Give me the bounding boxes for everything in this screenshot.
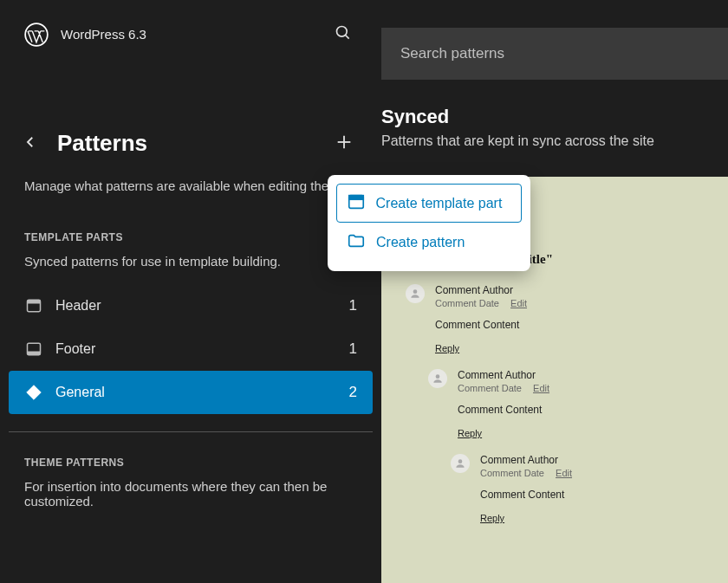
synced-title: Synced (381, 106, 728, 128)
theme-patterns-sub: For insertion into documents where they … (0, 479, 381, 521)
footer-icon (24, 340, 43, 359)
svg-rect-8 (28, 351, 41, 354)
avatar-icon (451, 454, 470, 473)
comment-meta: Comment Date Edit (435, 298, 705, 308)
sidebar-item-count: 2 (349, 384, 357, 401)
theme-patterns-label: THEME PATTERNS (0, 432, 381, 479)
patterns-description: Manage what patterns are available when … (0, 166, 381, 207)
sidebar-item-general[interactable]: General 2 (9, 371, 373, 414)
comment-reply-link[interactable]: Reply (480, 513, 705, 523)
synced-description: Patterns that are kept in sync across th… (381, 128, 728, 149)
sidebar-item-count: 1 (349, 340, 357, 358)
avatar-icon (428, 369, 447, 388)
create-pattern-item[interactable]: Create pattern (336, 223, 522, 262)
synced-header: Synced Patterns that are kept in sync ac… (381, 80, 728, 154)
general-icon (24, 383, 43, 402)
back-button[interactable] (19, 131, 42, 156)
patterns-header: Patterns (0, 120, 381, 166)
sidebar-item-count: 1 (349, 297, 357, 314)
folder-icon (347, 231, 366, 254)
sidebar-item-footer[interactable]: Footer 1 (9, 327, 373, 371)
preview-comment: Comment Author Comment Date Edit Comment… (406, 369, 705, 438)
svg-point-1 (337, 27, 348, 37)
page-title: Patterns (57, 130, 147, 157)
comment-meta: Comment Date Edit (480, 468, 705, 478)
app-title: WordPress 6.3 (61, 27, 146, 42)
search-input[interactable] (381, 28, 728, 80)
comment-author: Comment Author (480, 454, 705, 466)
comment-content: Comment Content (435, 319, 705, 331)
main-area: Synced Patterns that are kept in sync ac… (381, 0, 728, 583)
avatar-icon (406, 284, 425, 303)
comment-date: Comment Date (458, 383, 522, 393)
svg-line-2 (346, 36, 349, 39)
svg-rect-6 (28, 300, 41, 303)
preview-comment: Comment Author Comment Date Edit Comment… (406, 454, 705, 523)
sidebar-top: WordPress 6.3 (0, 0, 381, 68)
comment-edit-link[interactable]: Edit (533, 383, 549, 393)
svg-point-10 (413, 289, 418, 294)
create-menu-popup: Create template part Create pattern (328, 175, 530, 271)
comment-content: Comment Content (480, 489, 705, 501)
template-parts-sub: Synced patterns for use in template buil… (0, 254, 381, 281)
svg-point-12 (458, 459, 463, 463)
template-parts-label: TEMPLATE PARTS (0, 207, 381, 254)
header-icon (24, 296, 43, 315)
comment-meta: Comment Date Edit (458, 383, 705, 393)
sidebar-item-label: Header (55, 298, 101, 314)
sidebar: WordPress 6.3 Patterns Manage what patte… (0, 0, 381, 583)
popup-item-label: Create pattern (376, 235, 465, 250)
comment-reply-link[interactable]: Reply (458, 428, 705, 438)
wordpress-logo-icon (24, 23, 49, 47)
search-icon-button[interactable] (329, 19, 357, 49)
comment-author: Comment Author (458, 369, 705, 381)
svg-rect-14 (348, 195, 363, 199)
comment-edit-link[interactable]: Edit (556, 468, 572, 478)
comment-edit-link[interactable]: Edit (510, 298, 527, 308)
add-pattern-button[interactable] (331, 129, 357, 158)
create-template-part-item[interactable]: Create template part (336, 184, 522, 223)
comment-content: Comment Content (458, 404, 705, 416)
preview-comment: Comment Author Comment Date Edit Comment… (406, 284, 705, 353)
sidebar-item-header[interactable]: Header 1 (9, 284, 373, 327)
svg-rect-9 (27, 385, 41, 398)
comment-author: Comment Author (435, 284, 705, 296)
sidebar-item-label: General (55, 385, 105, 400)
svg-point-11 (436, 374, 440, 379)
comment-date: Comment Date (480, 468, 544, 478)
popup-item-label: Create template part (376, 196, 503, 211)
comment-date: Comment Date (435, 298, 499, 308)
template-parts-list: Header 1 Footer 1 General 2 (0, 281, 381, 418)
template-part-icon (347, 192, 366, 215)
sidebar-item-label: Footer (55, 341, 95, 357)
comment-reply-link[interactable]: Reply (435, 343, 705, 353)
